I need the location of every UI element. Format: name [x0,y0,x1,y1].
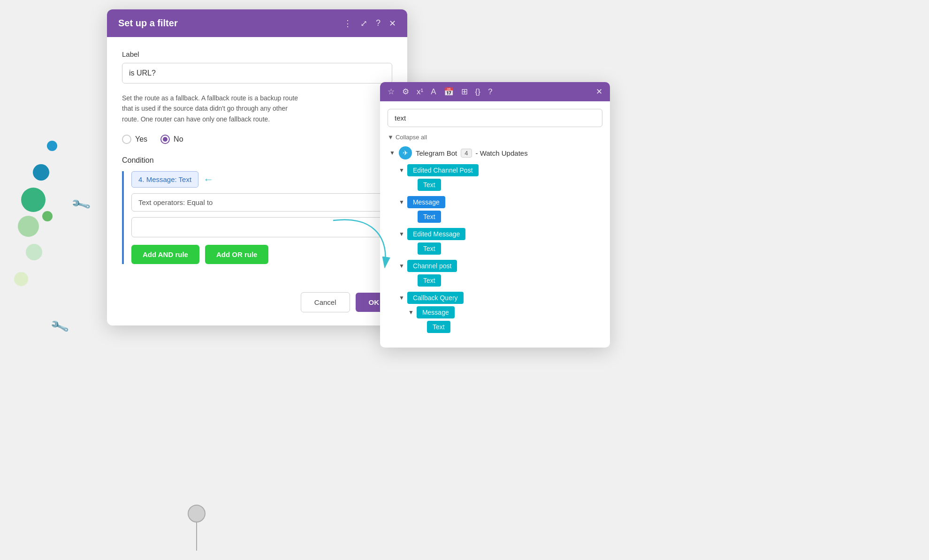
deco-circle-3 [21,188,46,212]
deco-circle-5 [26,244,42,260]
bottom-connector [188,505,206,551]
menu-icon[interactable]: ⋮ [343,18,352,29]
radio-no-label: No [174,135,183,144]
deco-circle-7 [42,211,53,221]
add-or-rule-button[interactable]: Add OR rule [205,245,269,264]
tree-root-badge: 4 [461,149,472,158]
table-icon[interactable]: ⊞ [461,87,468,97]
radio-no-circle [160,135,170,144]
callback-query-children: ▼ Message Text [408,306,601,335]
radio-yes[interactable]: Yes [122,135,147,144]
edited-message-text-tag[interactable]: Text [418,242,441,255]
description-text: Set the route as a fallback. A fallback … [122,93,392,124]
edited-channel-post-tag[interactable]: Edited Channel Post [407,164,479,176]
close-icon[interactable]: ✕ [389,18,396,29]
tree-node-callback-query: ▼ Callback Query ▼ Message Text [399,292,601,335]
callback-query-row: ▼ Callback Query [399,292,601,304]
edited-message-tag[interactable]: Edited Message [407,228,465,240]
callback-message-children: Text [408,321,601,335]
tree-node-message: ▼ Message Text [399,196,601,225]
channel-post-row: ▼ Channel post [399,260,601,272]
edited-message-toggle[interactable]: ▼ [399,231,404,237]
star-icon[interactable]: ☆ [388,87,395,97]
tree-node-edited-message: ▼ Edited Message Text [399,228,601,257]
deco-circle-2 [33,164,49,181]
rule-buttons: Add AND rule Add OR rule [131,245,392,264]
edited-channel-post-children: Text [399,179,601,193]
connector-node [188,505,206,522]
picker-help-icon[interactable]: ? [488,87,492,97]
condition-input-row: 4. Message: Text ← [131,171,392,188]
channel-post-tag[interactable]: Channel post [407,260,457,272]
dialog-footer: Cancel OK [107,285,407,325]
dialog-body: Label Set the route as a fallback. A fal… [107,37,407,285]
operator-select[interactable]: Text operators: Equal to Text operators:… [131,193,392,212]
condition-label: Condition [122,156,392,165]
var-picker-toolbar-icons: ☆ ⚙ x¹ A 📅 ⊞ {} ? [388,87,492,97]
tree-root-suffix: - Watch Updates [476,149,528,157]
label-field-label: Label [122,50,392,58]
operator-select-wrapper: Text operators: Equal to Text operators:… [131,193,392,212]
var-picker-body: ▼ Collapse all ▼ ✈ Telegram Bot 4 - Watc… [380,101,610,348]
arrow-indicator: ← [203,174,213,186]
message-toggle[interactable]: ▼ [399,199,404,205]
deco-circle-4 [18,216,39,237]
callback-message-row: ▼ Message [408,306,601,318]
add-and-rule-button[interactable]: Add AND rule [131,245,199,264]
radio-yes-circle [122,135,131,144]
condition-box: 4. Message: Text ← Text operators: Equal… [122,171,392,264]
cancel-button[interactable]: Cancel [301,292,350,312]
message-children: Text [399,211,601,225]
condition-pill[interactable]: 4. Message: Text [131,171,198,188]
var-picker-header: ☆ ⚙ x¹ A 📅 ⊞ {} ? ✕ [380,82,610,101]
search-input[interactable] [388,109,602,127]
radio-no[interactable]: No [160,135,183,144]
edited-channel-post-toggle[interactable]: ▼ [399,167,404,174]
callback-message-toggle[interactable]: ▼ [408,309,414,316]
callback-message-tag[interactable]: Message [417,306,455,318]
message-row: ▼ Message [399,196,601,208]
edited-message-children: Text [399,242,601,257]
calendar-icon[interactable]: 📅 [444,87,454,97]
dialog-header-icons: ⋮ ⤢ ? ✕ [343,18,396,29]
gear-icon[interactable]: ⚙ [402,87,409,97]
telegram-icon: ✈ [399,146,412,159]
channel-post-toggle[interactable]: ▼ [399,263,404,269]
tree-level-1: ▼ Edited Channel Post Text ▼ Message Tex… [399,164,601,335]
tree-root-toggle[interactable]: ▼ [389,150,395,156]
braces-icon[interactable]: {} [475,87,480,97]
value-input[interactable] [131,217,392,237]
tree-container: ▼ ✈ Telegram Bot 4 - Watch Updates ▼ Edi… [388,146,602,335]
help-icon[interactable]: ? [376,18,381,28]
deco-circle-1 [47,141,57,151]
text-format-icon[interactable]: A [431,87,436,97]
callback-message-text-tag[interactable]: Text [427,321,450,333]
dialog-header: Set up a filter ⋮ ⤢ ? ✕ [107,9,407,37]
superscript-icon[interactable]: x¹ [417,87,423,97]
edited-channel-post-text-tag[interactable]: Text [418,179,441,191]
picker-close-icon[interactable]: ✕ [596,87,602,97]
tree-node-edited-channel-post: ▼ Edited Channel Post Text [399,164,601,193]
collapse-arrow-icon: ▼ [388,134,394,141]
radio-group: Yes No [122,135,392,144]
channel-post-children: Text [399,274,601,289]
collapse-all[interactable]: ▼ Collapse all [388,134,602,141]
callback-query-toggle[interactable]: ▼ [399,295,404,301]
deco-circle-6 [14,272,28,286]
tree-root-label: Telegram Bot [416,149,457,157]
callback-query-tag[interactable]: Callback Query [407,292,464,304]
dialog-title: Set up a filter [118,18,178,29]
expand-icon[interactable]: ⤢ [360,18,367,29]
collapse-all-label: Collapse all [396,134,427,141]
filter-dialog: Set up a filter ⋮ ⤢ ? ✕ Label Set the ro… [107,9,407,325]
tree-root: ▼ ✈ Telegram Bot 4 - Watch Updates [389,146,601,159]
label-input[interactable] [122,63,392,83]
edited-message-row: ▼ Edited Message [399,228,601,240]
radio-yes-label: Yes [135,135,147,144]
message-tag[interactable]: Message [407,196,445,208]
channel-post-text-tag[interactable]: Text [418,274,441,287]
message-text-tag[interactable]: Text [418,211,441,223]
variable-picker-panel: ☆ ⚙ x¹ A 📅 ⊞ {} ? ✕ ▼ Collapse all ▼ ✈ T [380,82,610,348]
edited-channel-post-row: ▼ Edited Channel Post [399,164,601,176]
tree-node-channel-post: ▼ Channel post Text [399,260,601,289]
